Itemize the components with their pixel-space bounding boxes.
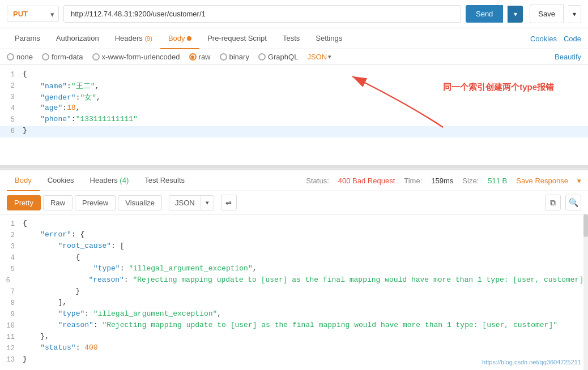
tab-tests[interactable]: Tests	[275, 28, 308, 49]
tab-prerequest[interactable]: Pre-request Script	[199, 28, 275, 49]
json-dropdown-arrow[interactable]: ▾	[328, 53, 331, 61]
radio-graphql	[258, 53, 266, 61]
json-format-select: JSON ▾	[169, 195, 214, 210]
req-line-2: 2 "name":"王二",	[0, 81, 588, 92]
req-line-1: 1 {	[0, 70, 588, 81]
method-select[interactable]: PUT GET POST DELETE	[7, 6, 59, 22]
line-num-4: 4	[0, 104, 20, 115]
resp-lcontent-11: },	[20, 332, 588, 343]
request-tab-nav: Params Authorization Headers (9) Body Pr…	[0, 28, 588, 49]
scrollbar-thumb[interactable]	[583, 214, 588, 237]
tab-settings[interactable]: Settings	[308, 28, 350, 49]
radio-form-data	[42, 53, 49, 61]
option-binary-label: binary	[229, 53, 249, 61]
option-binary[interactable]: binary	[220, 53, 249, 61]
response-status-bar: Status: 400 Bad Request Time: 159ms Size…	[306, 177, 581, 185]
wrap-lines-btn[interactable]: ⇌	[221, 195, 237, 210]
resp-lnum-10: 10	[0, 321, 20, 332]
resp-line-4: 4 {	[0, 253, 588, 264]
copy-icon[interactable]: ⧉	[545, 195, 561, 210]
req-line-3: 3 "gender":"女",	[0, 92, 588, 104]
top-bar: PUT GET POST DELETE Send ▾ Save ▾	[0, 0, 588, 28]
resp-lnum-9: 9	[0, 309, 20, 321]
resp-lnum-8: 8	[0, 298, 20, 309]
body-options-row: none form-data x-www-form-urlencoded raw…	[0, 49, 588, 65]
code-link[interactable]: Code	[564, 29, 581, 49]
resp-tab-cookies[interactable]: Cookies	[40, 170, 82, 191]
option-raw[interactable]: raw	[189, 53, 211, 61]
json-format-label: JSON	[169, 196, 201, 210]
url-input[interactable]	[63, 5, 461, 23]
req-line-4: 4 "age":18,	[0, 104, 588, 115]
search-icon[interactable]: 🔍	[565, 195, 581, 210]
radio-urlencoded	[92, 53, 100, 61]
resp-line-7: 7 }	[0, 287, 588, 298]
line-num-1: 1	[0, 70, 20, 81]
size-key: Size:	[462, 177, 479, 185]
resp-lcontent-12: "status": 400	[20, 343, 588, 355]
resp-lcontent-1: {	[20, 219, 588, 230]
radio-binary	[220, 53, 227, 61]
request-code-editor[interactable]: 1 { 2 "name":"王二", 3 "gender":"女", 4 "ag…	[0, 65, 588, 142]
status-value: 400 Bad Request	[338, 177, 395, 185]
radio-none	[7, 53, 14, 61]
format-raw-btn[interactable]: Raw	[43, 195, 73, 210]
time-key: Time:	[404, 177, 422, 185]
option-none[interactable]: none	[7, 53, 33, 61]
option-raw-label: raw	[199, 53, 211, 61]
tab-authorization[interactable]: Authorization	[48, 28, 107, 49]
request-body-editor: 1 { 2 "name":"王二", 3 "gender":"女", 4 "ag…	[0, 65, 588, 167]
resp-lnum-11: 11	[0, 332, 20, 343]
req-line-5: 5 "phone":"133111111111"	[0, 115, 588, 126]
status-key: Status:	[306, 177, 329, 185]
option-form-data[interactable]: form-data	[42, 53, 83, 61]
resp-lcontent-4: {	[20, 253, 588, 264]
resp-tab-body[interactable]: Body	[7, 170, 40, 191]
save-response-btn[interactable]: Save Response	[516, 177, 568, 185]
resp-line-3: 3 "root_cause": [	[0, 242, 588, 253]
scrollbar-track[interactable]	[583, 214, 588, 370]
resp-lcontent-10: "reason": "Rejecting mapping update to […	[20, 321, 588, 332]
resp-lnum-12: 12	[0, 343, 20, 355]
resp-lcontent-8: ],	[20, 298, 588, 309]
beautify-btn[interactable]: Beautify	[555, 53, 581, 61]
resp-lnum-1: 1	[0, 219, 20, 230]
cookies-link[interactable]: Cookies	[530, 29, 557, 49]
send-dropdown-button[interactable]: ▾	[508, 6, 523, 23]
resp-line-8: 8 ],	[0, 298, 588, 309]
send-button[interactable]: Send	[466, 5, 503, 23]
resp-lnum-4: 4	[0, 253, 20, 264]
json-format-dropdown[interactable]: ▾	[201, 196, 214, 209]
resp-line-11: 11 },	[0, 332, 588, 343]
tab-body[interactable]: Body	[160, 28, 199, 49]
headers-count-badge: (4)	[120, 176, 129, 184]
option-urlencoded[interactable]: x-www-form-urlencoded	[92, 53, 180, 61]
option-graphql[interactable]: GraphQL	[258, 53, 298, 61]
format-visualize-btn[interactable]: Visualize	[118, 195, 162, 210]
resp-tab-headers[interactable]: Headers (4)	[82, 170, 137, 191]
resp-line-1: 1 {	[0, 219, 588, 230]
line-num-6: 6	[0, 126, 20, 137]
save-dropdown-button[interactable]: ▾	[568, 5, 581, 23]
tab-headers[interactable]: Headers (9)	[107, 28, 160, 49]
line-content-6: }	[20, 126, 588, 137]
line-content-5: "phone":"133111111111"	[20, 115, 588, 126]
save-response-arrow[interactable]: ▾	[577, 177, 581, 185]
tab-nav-right: Cookies Code	[530, 29, 581, 49]
resp-lnum-5: 5	[0, 264, 20, 276]
line-content-2: "name":"王二",	[20, 81, 588, 92]
time-value: 159ms	[431, 177, 453, 185]
line-num-2: 2	[0, 81, 20, 92]
size-value: 511 B	[488, 177, 507, 185]
resp-lcontent-2: "error": {	[20, 230, 588, 242]
resp-lnum-6: 6	[0, 276, 16, 287]
option-graphql-label: GraphQL	[268, 53, 298, 61]
line-num-5: 5	[0, 115, 20, 126]
resp-tab-test-results[interactable]: Test Results	[137, 170, 193, 191]
save-button[interactable]: Save	[530, 5, 564, 23]
format-preview-btn[interactable]: Preview	[75, 195, 116, 210]
response-tab-nav: Body Cookies Headers (4) Test Results St…	[0, 170, 588, 191]
tab-params[interactable]: Params	[7, 28, 48, 49]
format-pretty-btn[interactable]: Pretty	[7, 195, 41, 210]
response-code-editor: 1 { 2 "error": { 3 "root_cause": [ 4 { 5…	[0, 214, 588, 370]
